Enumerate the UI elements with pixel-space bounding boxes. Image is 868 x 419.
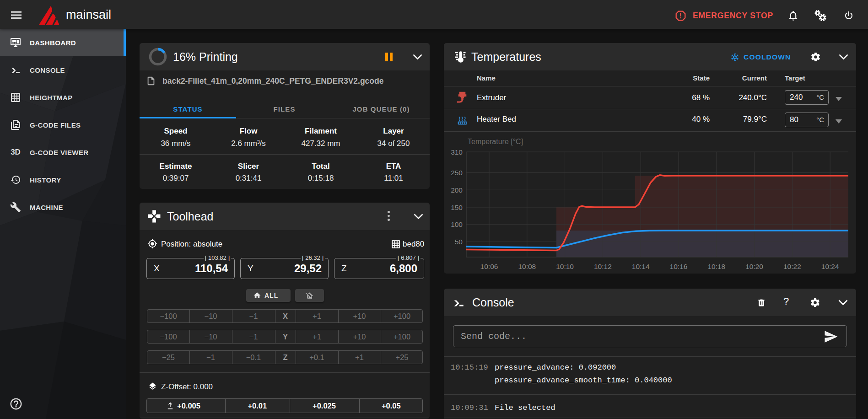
svg-text:100: 100 (451, 220, 463, 228)
svg-text:150: 150 (451, 204, 463, 211)
svg-text:10:20: 10:20 (745, 263, 763, 270)
svg-text:10:18: 10:18 (707, 263, 725, 270)
svg-text:310: 310 (451, 148, 463, 156)
svg-text:10:22: 10:22 (783, 263, 801, 270)
svg-text:10:12: 10:12 (594, 263, 612, 270)
svg-text:200: 200 (451, 186, 463, 194)
svg-text:10:14: 10:14 (632, 263, 650, 270)
svg-text:10:08: 10:08 (518, 263, 536, 270)
svg-text:10:10: 10:10 (556, 263, 574, 270)
svg-text:10:06: 10:06 (480, 263, 498, 270)
svg-text:10:24: 10:24 (821, 263, 839, 270)
svg-text:Temperature [°C]: Temperature [°C] (468, 138, 523, 145)
svg-text:50: 50 (455, 238, 463, 246)
svg-text:250: 250 (451, 169, 463, 177)
svg-text:10:16: 10:16 (670, 263, 688, 270)
